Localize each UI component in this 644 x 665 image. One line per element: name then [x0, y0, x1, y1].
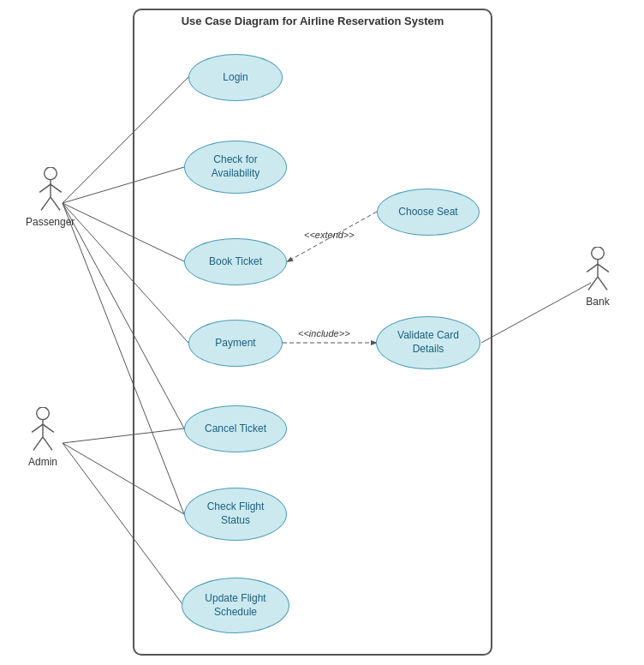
- usecase-check-flight-status: Check FlightStatus: [184, 488, 287, 541]
- svg-point-12: [44, 167, 57, 180]
- svg-line-15: [51, 184, 62, 192]
- extend-label: <<extend>>: [304, 230, 355, 240]
- bank-icon: [581, 247, 615, 294]
- svg-line-14: [39, 184, 51, 192]
- svg-line-23: [43, 437, 52, 451]
- usecase-check-availability: Check forAvailability: [184, 141, 287, 194]
- diagram-title: Use Case Diagram for Airline Reservation…: [134, 15, 491, 27]
- svg-line-27: [598, 264, 609, 272]
- diagram-container: Use Case Diagram for Airline Reservation…: [0, 0, 644, 665]
- svg-line-11: [481, 283, 591, 343]
- svg-line-22: [33, 437, 43, 451]
- svg-line-21: [43, 424, 54, 432]
- svg-line-16: [41, 197, 51, 211]
- usecase-book-ticket: Book Ticket: [184, 238, 287, 285]
- usecase-update-flight-schedule: Update FlightSchedule: [182, 578, 289, 633]
- svg-line-28: [588, 277, 598, 291]
- admin-icon: [26, 407, 60, 454]
- passenger-icon: [33, 167, 68, 214]
- include-label: <<include>>: [298, 328, 350, 338]
- bank-label: Bank: [586, 296, 609, 308]
- actor-passenger: Passenger: [26, 167, 75, 228]
- svg-line-29: [598, 277, 607, 291]
- usecase-cancel-ticket: Cancel Ticket: [184, 405, 287, 452]
- passenger-label: Passenger: [26, 216, 75, 228]
- admin-label: Admin: [28, 456, 57, 468]
- usecase-validate-card-details: Validate CardDetails: [376, 316, 480, 369]
- svg-point-18: [37, 407, 50, 420]
- usecase-payment: Payment: [188, 320, 283, 367]
- svg-point-24: [592, 247, 605, 260]
- svg-line-20: [32, 424, 43, 432]
- actor-bank: Bank: [581, 247, 615, 308]
- actor-admin: Admin: [26, 407, 60, 468]
- usecase-login: Login: [188, 54, 283, 101]
- svg-line-26: [587, 264, 598, 272]
- svg-line-17: [51, 197, 60, 211]
- usecase-choose-seat: Choose Seat: [377, 189, 480, 236]
